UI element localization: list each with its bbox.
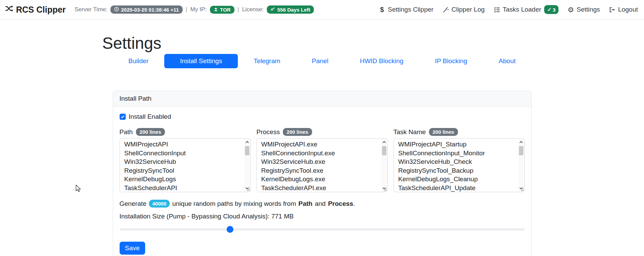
scrollbar-thumb[interactable] bbox=[519, 146, 523, 155]
slider-track[interactable] bbox=[120, 228, 525, 230]
task-name-column: Task Name 200 lines WMIProjectAPI_Startu… bbox=[394, 128, 525, 192]
key-icon bbox=[271, 7, 275, 12]
server-time-label: Server Time: bbox=[75, 6, 107, 13]
path-scrollbar[interactable] bbox=[244, 139, 250, 191]
tab-telegram[interactable]: Telegram bbox=[238, 54, 296, 68]
scrollbar-thumb[interactable] bbox=[245, 146, 249, 155]
install-path-card: Install Path Install Enabled Path 200 li… bbox=[113, 91, 532, 256]
task-name-label: Task Name bbox=[394, 128, 426, 136]
mouse-cursor bbox=[76, 185, 83, 194]
license-label: License: bbox=[242, 6, 263, 13]
installation-size-label: Installation Size (Pump - Bypassing Clou… bbox=[120, 213, 525, 220]
tab-hwid-blocking[interactable]: HWID Blocking bbox=[344, 54, 419, 68]
logout-icon bbox=[609, 6, 616, 13]
path-column: Path 200 lines WMIProjectAPI ShellConnec… bbox=[120, 128, 251, 192]
nav-tasks-loader[interactable]: Tasks Loader ✓3 bbox=[493, 5, 558, 14]
process-label: Process bbox=[257, 128, 280, 136]
install-enabled-label: Install Enabled bbox=[129, 113, 171, 120]
nav-logout[interactable]: Logout bbox=[609, 6, 638, 13]
scroll-up-button[interactable] bbox=[244, 139, 250, 145]
process-textarea-content: WMIProjectAPI.exe ShellConnectionInput.e… bbox=[257, 139, 387, 192]
generate-count-badge: 40000 bbox=[149, 200, 170, 208]
install-enabled-checkbox[interactable] bbox=[120, 114, 126, 120]
settings-tabs: Builder Install Settings Telegram Panel … bbox=[113, 54, 532, 68]
separator: | bbox=[237, 6, 239, 13]
top-navigation: $ Settings Clipper Clipper Log Tasks Loa… bbox=[379, 5, 638, 14]
tab-panel[interactable]: Panel bbox=[296, 54, 344, 68]
tasks-icon bbox=[493, 6, 500, 13]
license-badge: 556 Days Left bbox=[267, 5, 314, 14]
path-textarea-content: WMIProjectAPI ShellConnectionInput Win32… bbox=[120, 139, 250, 192]
resize-grip-icon[interactable] bbox=[520, 188, 524, 191]
tab-ip-blocking[interactable]: IP Blocking bbox=[419, 54, 483, 68]
tab-builder[interactable]: Builder bbox=[113, 54, 165, 68]
card-title: Install Path bbox=[113, 91, 531, 106]
separator: | bbox=[186, 6, 187, 13]
my-ip-badge: TOR bbox=[210, 6, 234, 14]
my-ip-label: My IP: bbox=[190, 6, 206, 13]
task-name-lines-badge: 200 lines bbox=[429, 128, 458, 136]
resize-grip-icon[interactable] bbox=[383, 188, 387, 191]
path-lines-badge: 200 lines bbox=[136, 128, 165, 136]
scroll-up-button[interactable] bbox=[518, 139, 524, 145]
brand-text: RCS Clipper bbox=[16, 5, 66, 15]
page-title: Settings bbox=[102, 34, 644, 53]
check-icon: ✓ bbox=[547, 6, 552, 13]
task-name-scrollbar[interactable] bbox=[518, 139, 524, 191]
task-name-textarea[interactable]: WMIProjectAPI_Startup ShellConnectionInp… bbox=[394, 138, 525, 192]
app-brand[interactable]: RCS Clipper bbox=[5, 4, 66, 15]
nav-clipper-log[interactable]: Clipper Log bbox=[442, 6, 485, 13]
gear-icon: ⚙ bbox=[567, 6, 574, 13]
tab-install-settings[interactable]: Install Settings bbox=[164, 54, 238, 68]
scrollbar-thumb[interactable] bbox=[382, 146, 386, 155]
slider-thumb[interactable] bbox=[227, 226, 233, 233]
clock-icon bbox=[114, 7, 119, 12]
path-label: Path bbox=[120, 128, 133, 136]
spy-icon bbox=[214, 7, 218, 12]
shuffle-icon bbox=[5, 4, 13, 15]
process-column: Process 200 lines WMIProjectAPI.exe Shel… bbox=[257, 128, 388, 192]
server-meta: Server Time: 2025-03-25 01:38:46 +11 | M… bbox=[75, 5, 314, 14]
top-header-bar: RCS Clipper Server Time: 2025-03-25 01:3… bbox=[0, 0, 644, 19]
dollar-icon: $ bbox=[379, 6, 385, 14]
process-textarea[interactable]: WMIProjectAPI.exe ShellConnectionInput.e… bbox=[257, 138, 388, 192]
resize-grip-icon[interactable] bbox=[246, 188, 250, 191]
process-lines-badge: 200 lines bbox=[283, 128, 312, 136]
tab-about[interactable]: About bbox=[483, 54, 531, 68]
nav-settings-clipper[interactable]: $ Settings Clipper bbox=[379, 6, 433, 14]
save-button[interactable]: Save bbox=[120, 242, 145, 255]
scroll-up-button[interactable] bbox=[381, 139, 387, 145]
tasks-count-badge: ✓3 bbox=[544, 5, 558, 14]
installation-size-slider[interactable] bbox=[120, 226, 525, 233]
path-textarea[interactable]: WMIProjectAPI ShellConnectionInput Win32… bbox=[120, 138, 251, 192]
nav-settings[interactable]: ⚙ Settings bbox=[567, 6, 600, 13]
generate-sentence: Generate 40000 unique random paths by mi… bbox=[120, 200, 525, 208]
process-scrollbar[interactable] bbox=[381, 139, 387, 191]
wand-icon bbox=[442, 6, 449, 13]
task-name-textarea-content: WMIProjectAPI_Startup ShellConnectionInp… bbox=[394, 139, 524, 192]
server-time-badge: 2025-03-25 01:38:46 +11 bbox=[110, 5, 183, 14]
